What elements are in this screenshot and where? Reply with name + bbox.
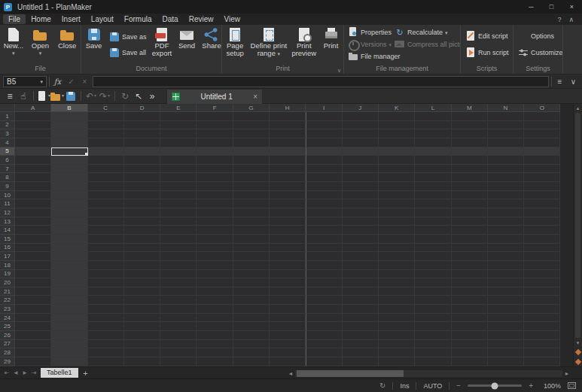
split-handle-bottom[interactable] [574, 357, 582, 366]
cell-A22[interactable] [15, 296, 51, 305]
cell-G11[interactable] [233, 199, 270, 208]
cell-C24[interactable] [88, 314, 124, 323]
cell-C15[interactable] [88, 235, 124, 244]
cell-O10[interactable] [524, 191, 560, 200]
cell-M25[interactable] [452, 322, 488, 331]
cell-A9[interactable] [15, 182, 51, 191]
cell-I10[interactable] [306, 191, 342, 200]
previous-sheet-icon[interactable]: ◄ [11, 369, 20, 376]
cell-O4[interactable] [524, 138, 560, 147]
document-tab-close-icon[interactable]: × [253, 93, 257, 101]
cell-E20[interactable] [160, 278, 197, 287]
column-header-A[interactable]: A [15, 104, 51, 112]
cell-I6[interactable] [306, 156, 342, 165]
cell-E19[interactable] [160, 270, 197, 279]
cell-O25[interactable] [524, 322, 560, 331]
cell-H8[interactable] [270, 173, 306, 182]
customize-button[interactable]: Customize ▾ [516, 47, 563, 58]
add-sheet-button[interactable]: + [81, 369, 91, 378]
cell-H1[interactable] [270, 112, 306, 121]
menu-data[interactable]: Data [157, 14, 184, 24]
cell-I15[interactable] [306, 235, 342, 244]
next-sheet-icon[interactable]: ► [20, 369, 29, 376]
cell-B26[interactable] [51, 331, 87, 340]
cell-E23[interactable] [160, 305, 197, 314]
cell-D26[interactable] [124, 331, 160, 340]
menu-view[interactable]: View [218, 14, 245, 24]
redo-dropdown-icon[interactable]: ▾ [108, 93, 110, 99]
cell-B16[interactable] [51, 244, 87, 253]
scroll-down-icon[interactable]: ▼ [574, 339, 582, 347]
cell-H12[interactable] [270, 208, 306, 217]
cell-E22[interactable] [160, 296, 197, 305]
recalculate-dropdown-icon[interactable]: ▾ [445, 30, 448, 35]
cell-M29[interactable] [452, 357, 488, 366]
cell-I4[interactable] [306, 138, 342, 147]
cell-H26[interactable] [270, 331, 306, 340]
save-as-button[interactable]: Save as [108, 32, 148, 42]
cell-O1[interactable] [524, 112, 560, 121]
cell-L16[interactable] [415, 244, 451, 253]
print-preview-button[interactable]: Print preview [290, 25, 319, 64]
cell-H27[interactable] [270, 340, 306, 349]
cell-J22[interactable] [343, 296, 379, 305]
cell-D2[interactable] [124, 121, 160, 130]
cell-C8[interactable] [88, 173, 124, 182]
cell-I11[interactable] [306, 199, 342, 208]
file-manager-button[interactable]: File manager [346, 50, 392, 62]
cell-F14[interactable] [197, 226, 233, 235]
cell-L5[interactable] [415, 147, 451, 156]
minimize-button[interactable]: ─ [521, 0, 541, 14]
cell-C23[interactable] [88, 305, 124, 314]
cell-K2[interactable] [379, 121, 415, 130]
quick-save-button[interactable] [64, 90, 78, 103]
cell-E29[interactable] [160, 357, 197, 366]
cell-J14[interactable] [343, 226, 379, 235]
cell-O3[interactable] [524, 129, 560, 138]
cell-F17[interactable] [197, 252, 233, 261]
cell-H11[interactable] [270, 199, 306, 208]
cell-H20[interactable] [270, 278, 306, 287]
cell-C12[interactable] [88, 208, 124, 217]
cell-F20[interactable] [197, 278, 233, 287]
cell-K9[interactable] [379, 182, 415, 191]
cell-O15[interactable] [524, 235, 560, 244]
cell-K16[interactable] [379, 244, 415, 253]
cell-L14[interactable] [415, 226, 451, 235]
cell-D11[interactable] [124, 199, 160, 208]
cell-O20[interactable] [524, 278, 560, 287]
cell-L6[interactable] [415, 156, 451, 165]
row-header-26[interactable]: 26 [0, 331, 15, 340]
cell-K26[interactable] [379, 331, 415, 340]
cell-L28[interactable] [415, 348, 451, 357]
column-header-E[interactable]: E [160, 104, 197, 112]
column-header-F[interactable]: F [197, 104, 233, 112]
cell-M6[interactable] [452, 156, 488, 165]
cell-M23[interactable] [452, 305, 488, 314]
column-header-C[interactable]: C [88, 104, 124, 112]
cell-I20[interactable] [306, 278, 342, 287]
cell-I5[interactable] [306, 147, 342, 156]
cell-C10[interactable] [88, 191, 124, 200]
cell-E26[interactable] [160, 331, 197, 340]
cell-F2[interactable] [197, 121, 233, 130]
options-button[interactable]: Options [516, 31, 563, 41]
cell-D8[interactable] [124, 173, 160, 182]
cell-N5[interactable] [488, 147, 524, 156]
cell-H29[interactable] [270, 357, 306, 366]
cell-I24[interactable] [306, 314, 342, 323]
cell-G12[interactable] [233, 208, 270, 217]
cell-J4[interactable] [343, 138, 379, 147]
cell-I25[interactable] [306, 322, 342, 331]
new-dropdown-icon[interactable]: ▾ [12, 50, 15, 56]
cell-H5[interactable] [270, 147, 306, 156]
vertical-scroll-track[interactable] [574, 112, 582, 339]
cell-K15[interactable] [379, 235, 415, 244]
cell-D10[interactable] [124, 191, 160, 200]
cancel-entry-button[interactable]: × [79, 77, 90, 86]
cell-L4[interactable] [415, 138, 451, 147]
cell-I28[interactable] [306, 348, 342, 357]
cell-F13[interactable] [197, 217, 233, 226]
cell-D24[interactable] [124, 314, 160, 323]
cell-N24[interactable] [488, 314, 524, 323]
